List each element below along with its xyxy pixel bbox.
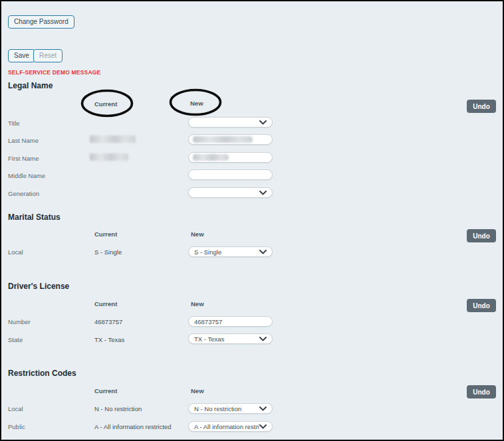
restriction-public-select-value: A - All information restricted [189,423,259,430]
current-marital-local: S - Single [94,248,122,256]
redacted-new-last-name [193,136,253,143]
chevron-down-icon [259,337,267,341]
chevron-down-icon [259,191,267,195]
dl-state-select[interactable]: TX - Texas [188,333,273,344]
field-label-last-name: Last Name [8,137,39,144]
marital-local-select[interactable]: S - Single [188,246,273,257]
change-password-button[interactable]: Change Password [8,15,74,29]
dl-state-select-value: TX - Texas [189,335,259,343]
current-restriction-public: A - All information restricted [94,423,172,430]
chevron-down-icon [259,424,267,429]
redacted-current-last-name [90,135,136,143]
field-label-first-name: First Name [8,155,39,162]
redacted-new-first-name [193,154,229,161]
section-title-drivers-license: Driver's License [8,282,69,291]
current-column-header: Current [94,230,117,238]
title-select[interactable] [188,117,273,128]
restriction-local-select[interactable]: N - No restriction [188,403,273,414]
new-column-header: New [191,300,204,308]
field-label-dl-state: State [8,336,23,343]
middle-name-input[interactable] [188,169,273,180]
undo-button-marital-status[interactable]: Undo [467,229,496,242]
current-column-header: Current [94,387,117,395]
field-label-title: Title [8,120,20,127]
current-dl-number: 46873757 [94,318,122,325]
field-label-marital-local: Local [8,248,23,256]
current-dl-state: TX - Texas [94,336,124,343]
demo-message: SELF-SERVICE DEMO MESSAGE [8,69,100,76]
generation-select[interactable] [188,187,273,198]
restriction-local-select-value: N - No restriction [189,405,259,412]
field-label-restriction-public: Public [8,423,25,430]
self-service-page: Change Password Save Reset SELF-SERVICE … [0,0,504,441]
restriction-public-select[interactable]: A - All information restricted [188,421,273,432]
dl-number-input[interactable] [188,316,273,327]
new-column-header: New [191,387,204,395]
reset-button[interactable]: Reset [33,49,63,62]
section-title-marital-status: Marital Status [8,213,61,222]
chevron-down-icon [259,120,267,125]
undo-button-drivers-license[interactable]: Undo [467,299,496,312]
redacted-current-first-name [90,153,128,161]
field-label-dl-number: Number [8,318,31,325]
save-button[interactable]: Save [8,49,35,62]
new-column-header: New [191,230,204,238]
undo-button-restriction-codes[interactable]: Undo [467,385,496,398]
current-column-header: Current [94,100,117,108]
field-label-restriction-local: Local [8,405,23,412]
chevron-down-icon [259,406,267,411]
chevron-down-icon [259,250,267,254]
field-label-middle-name: Middle Name [8,172,45,179]
current-column-header: Current [94,300,117,308]
section-title-restriction-codes: Restriction Codes [8,369,76,378]
current-restriction-local: N - No restriction [94,405,142,412]
marital-local-select-value: S - Single [189,248,259,256]
undo-button-legal-name[interactable]: Undo [467,100,496,113]
new-column-header: New [190,100,203,107]
section-title-legal-name: Legal Name [8,81,53,90]
field-label-generation: Generation [8,190,39,197]
